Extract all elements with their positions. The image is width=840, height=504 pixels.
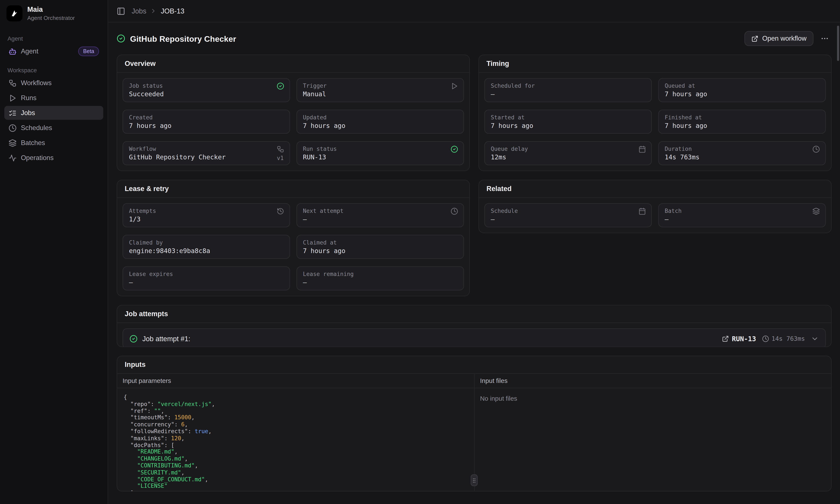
field-created: Created 7 hours ago xyxy=(123,110,290,134)
workflow-icon xyxy=(277,145,284,153)
main: Jobs JOB-13 GitHub Repository Checker Op… xyxy=(108,0,840,504)
sidebar-item-label: Batches xyxy=(21,139,45,146)
workflow-version: v1 xyxy=(277,155,284,161)
field-schedule: Schedule – xyxy=(485,203,652,228)
app-name: Maia xyxy=(28,6,75,14)
app-root: Maia Agent Orchestrator Agent Agent Beta… xyxy=(0,0,840,504)
clock-icon xyxy=(812,145,820,153)
field-started-at: Started at 7 hours ago xyxy=(485,110,652,134)
card-title-related: Related xyxy=(479,180,831,198)
beta-badge: Beta xyxy=(78,47,99,56)
more-options-button[interactable] xyxy=(818,32,832,46)
input-files-column: Input files No input files xyxy=(474,374,831,491)
app-home-link[interactable]: Maia Agent Orchestrator xyxy=(0,0,108,27)
input-parameters-header: Input parameters xyxy=(117,374,474,389)
inputs-card: Inputs Input parameters { "repo": "verce… xyxy=(117,356,832,491)
sidebar-nav-agent: Agent Beta xyxy=(0,44,108,58)
section-label-workspace: Workspace xyxy=(0,67,108,73)
column-resize-handle[interactable] xyxy=(471,474,478,486)
field-claimed-at: Claimed at 7 hours ago xyxy=(297,235,464,259)
chevron-right-icon xyxy=(150,7,157,15)
field-scheduled-for: Scheduled for – xyxy=(485,78,652,102)
check-circle-icon xyxy=(129,335,138,343)
field-lease-remaining: Lease remaining – xyxy=(297,266,464,290)
overview-card: Overview Job status Succeeded Trigger Ma… xyxy=(117,55,470,171)
app-logo-icon xyxy=(6,5,22,21)
calendar-icon xyxy=(638,208,646,215)
sidebar-item-label: Agent xyxy=(21,48,38,55)
chevron-down-icon[interactable] xyxy=(811,335,819,343)
input-parameters-code: { "repo": "vercel/next.js", "ref": "", "… xyxy=(117,388,474,491)
sidebar-item-workflows[interactable]: Workflows xyxy=(4,76,103,90)
card-title-overview: Overview xyxy=(117,55,470,73)
play-icon xyxy=(451,83,458,90)
field-updated: Updated 7 hours ago xyxy=(297,110,464,134)
sidebar-item-jobs[interactable]: Jobs xyxy=(4,106,103,120)
topbar: Jobs JOB-13 xyxy=(108,0,840,22)
related-card: Related Schedule – Batch – xyxy=(478,180,832,233)
check-circle-icon xyxy=(117,34,125,43)
open-workflow-button[interactable]: Open workflow xyxy=(745,31,813,46)
input-parameters-column: Input parameters { "repo": "vercel/next.… xyxy=(117,374,474,491)
field-workflow: Workflow GitHub Repository Checker v1 xyxy=(123,141,290,165)
input-files-empty: No input files xyxy=(475,388,831,409)
field-duration: Duration 14s 763ms xyxy=(658,141,826,165)
sidebar-item-batches[interactable]: Batches xyxy=(4,136,103,150)
breadcrumb: Jobs JOB-13 xyxy=(132,7,184,15)
sidebar: Maia Agent Orchestrator Agent Agent Beta… xyxy=(0,0,108,504)
field-finished-at: Finished at 7 hours ago xyxy=(658,110,826,134)
workflow-icon xyxy=(8,79,17,87)
field-queue-delay: Queue delay 12ms xyxy=(485,141,652,165)
field-next-attempt: Next attempt – xyxy=(297,203,464,228)
ellipsis-icon xyxy=(821,34,829,43)
external-link-icon xyxy=(722,335,729,342)
card-title-lease: Lease & retry xyxy=(117,180,470,198)
job-attempt-label: Job attempt #1: xyxy=(142,335,190,343)
timing-card: Timing Scheduled for – Queued at 7 hours… xyxy=(478,55,832,171)
external-link-icon xyxy=(752,35,759,42)
list-checks-icon xyxy=(8,109,17,117)
sidebar-item-label: Operations xyxy=(21,154,54,162)
breadcrumb-jobs-link[interactable]: Jobs xyxy=(132,7,146,15)
scrollbar-thumb[interactable] xyxy=(837,26,839,61)
job-attempt-row[interactable]: Job attempt #1: RUN-13 14s 763ms xyxy=(123,328,826,347)
clock-icon xyxy=(8,124,17,132)
field-job-status: Job status Succeeded xyxy=(123,78,290,102)
content: GitHub Repository Checker Open workflow … xyxy=(108,22,840,504)
page-title: GitHub Repository Checker xyxy=(130,34,236,43)
sidebar-toggle-button[interactable] xyxy=(117,7,125,15)
input-files-header: Input files xyxy=(475,374,831,389)
sidebar-item-label: Runs xyxy=(21,94,37,102)
field-attempts: Attempts 1/3 xyxy=(123,203,290,228)
sidebar-item-label: Schedules xyxy=(21,124,52,131)
play-icon xyxy=(8,94,17,102)
bot-icon xyxy=(8,47,17,55)
clock-icon xyxy=(762,335,769,342)
lease-retry-card: Lease & retry Attempts 1/3 Next attempt … xyxy=(117,180,470,296)
layers-icon xyxy=(812,208,820,215)
run-link[interactable]: RUN-13 xyxy=(722,335,756,343)
sidebar-item-operations[interactable]: Operations xyxy=(4,151,103,165)
sidebar-item-agent[interactable]: Agent Beta xyxy=(4,44,103,58)
field-queued-at: Queued at 7 hours ago xyxy=(658,78,826,102)
field-run-status: Run status RUN-13 xyxy=(297,141,464,165)
logo-mark-icon xyxy=(10,9,19,18)
layers-icon xyxy=(8,139,17,147)
page-header: GitHub Repository Checker Open workflow xyxy=(117,22,832,46)
card-title-inputs: Inputs xyxy=(117,356,831,374)
calendar-icon xyxy=(638,145,646,153)
sidebar-nav-workspace: Workflows Runs Jobs Schedules Batches Op… xyxy=(0,76,108,165)
history-icon xyxy=(277,208,284,215)
sidebar-item-schedules[interactable]: Schedules xyxy=(4,121,103,135)
check-circle-icon xyxy=(277,83,284,90)
run-id: RUN-13 xyxy=(732,335,756,343)
attempt-duration: 14s 763ms xyxy=(762,335,805,342)
sidebar-item-label: Jobs xyxy=(21,109,35,116)
breadcrumb-current: JOB-13 xyxy=(161,7,184,15)
grip-vertical-icon xyxy=(471,477,477,483)
job-attempts-card: Job attempts Job attempt #1: RUN-13 xyxy=(117,305,832,347)
sidebar-item-runs[interactable]: Runs xyxy=(4,91,103,105)
card-title-job-attempts: Job attempts xyxy=(117,305,831,323)
open-workflow-label: Open workflow xyxy=(762,35,807,42)
check-circle-icon xyxy=(451,145,458,153)
